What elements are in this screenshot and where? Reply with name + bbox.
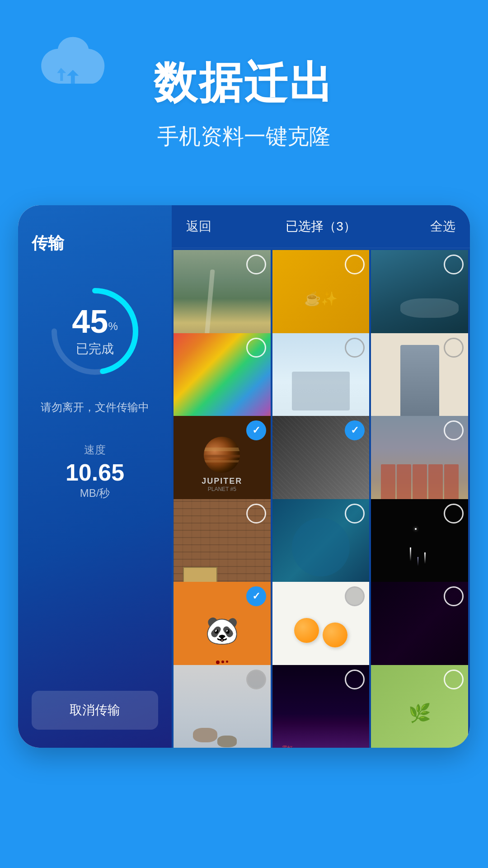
progress-value: 45 bbox=[72, 303, 108, 340]
item-5-checkbox[interactable] bbox=[345, 338, 365, 358]
item-14-checkbox[interactable] bbox=[345, 586, 365, 606]
header-section: 数据迁出 手机资料一键克隆 bbox=[0, 0, 488, 178]
page-subtitle: 手机资料一键克隆 bbox=[27, 122, 461, 151]
item-3-checkbox[interactable] bbox=[444, 255, 464, 274]
speed-section: 速度 10.65 MB/秒 bbox=[66, 443, 124, 500]
item-15-checkbox[interactable] bbox=[444, 586, 464, 606]
item-6-checkbox[interactable] bbox=[444, 338, 464, 358]
back-button[interactable]: 返回 bbox=[186, 218, 211, 235]
item-1-checkbox[interactable] bbox=[246, 255, 266, 274]
gallery-item-2[interactable]: ☕✨ bbox=[272, 250, 370, 347]
gallery-item-6[interactable] bbox=[371, 333, 468, 430]
gallery-item-10[interactable] bbox=[174, 499, 271, 596]
gallery-item-9[interactable] bbox=[371, 416, 468, 513]
gallery-item-3[interactable] bbox=[371, 250, 468, 347]
item-8-checkbox[interactable] bbox=[345, 420, 365, 440]
selected-count: 已选择（3） bbox=[286, 218, 356, 235]
gallery-item-14[interactable] bbox=[272, 582, 370, 679]
item-11-checkbox[interactable] bbox=[345, 504, 365, 524]
transfer-panel: 传输 45% 已完成 请勿离开，文件传输中 速度 10.65 MB/秒 取消传输 bbox=[18, 205, 172, 748]
gallery-item-17[interactable]: 霓虹 bbox=[272, 665, 370, 748]
gallery-item-8[interactable] bbox=[272, 416, 370, 513]
gallery-item-18[interactable]: 🌿 bbox=[371, 665, 468, 748]
gallery-item-12[interactable] bbox=[371, 499, 468, 596]
item-12-checkbox[interactable] bbox=[444, 504, 464, 524]
transfer-label: 传输 bbox=[32, 232, 64, 255]
item-17-checkbox[interactable] bbox=[345, 670, 365, 689]
item-9-checkbox[interactable] bbox=[444, 420, 464, 440]
progress-center: 45% 已完成 bbox=[72, 305, 117, 358]
speed-unit: MB/秒 bbox=[66, 486, 124, 500]
gallery-panel: 返回 已选择（3） 全选 ☕✨ bbox=[172, 205, 470, 748]
gallery-item-15[interactable] bbox=[371, 582, 468, 679]
gallery-header: 返回 已选择（3） 全选 bbox=[172, 205, 470, 248]
gallery-item-5[interactable] bbox=[272, 333, 370, 430]
progress-percent: % bbox=[108, 320, 117, 332]
item-16-checkbox[interactable] bbox=[246, 670, 266, 689]
main-card: 传输 45% 已完成 请勿离开，文件传输中 速度 10.65 MB/秒 取消传输 bbox=[18, 205, 470, 748]
progress-done: 已完成 bbox=[72, 340, 117, 358]
select-all-button[interactable]: 全选 bbox=[430, 218, 455, 235]
speed-label: 速度 bbox=[66, 443, 124, 457]
cancel-transfer-button[interactable]: 取消传输 bbox=[32, 691, 158, 730]
speed-value: 10.65 bbox=[66, 461, 124, 484]
item-18-checkbox[interactable] bbox=[444, 670, 464, 689]
gallery-item-4[interactable] bbox=[174, 333, 271, 430]
item-4-checkbox[interactable] bbox=[246, 338, 266, 358]
item-7-checkbox[interactable] bbox=[246, 420, 266, 440]
gallery-item-1[interactable] bbox=[174, 250, 271, 347]
item-13-checkbox[interactable] bbox=[246, 586, 266, 606]
gallery-item-13[interactable]: 🐼 bbox=[174, 582, 271, 679]
gallery-grid: ☕✨ bbox=[172, 248, 470, 748]
item-10-checkbox[interactable] bbox=[246, 504, 266, 524]
gallery-item-11[interactable] bbox=[272, 499, 370, 596]
cloud-icon bbox=[36, 36, 117, 101]
item-2-checkbox[interactable] bbox=[345, 255, 365, 274]
gallery-item-7[interactable]: JUPITER PLANET #5 bbox=[174, 416, 271, 513]
progress-ring: 45% 已完成 bbox=[45, 282, 145, 381]
gallery-item-16[interactable] bbox=[174, 665, 271, 748]
